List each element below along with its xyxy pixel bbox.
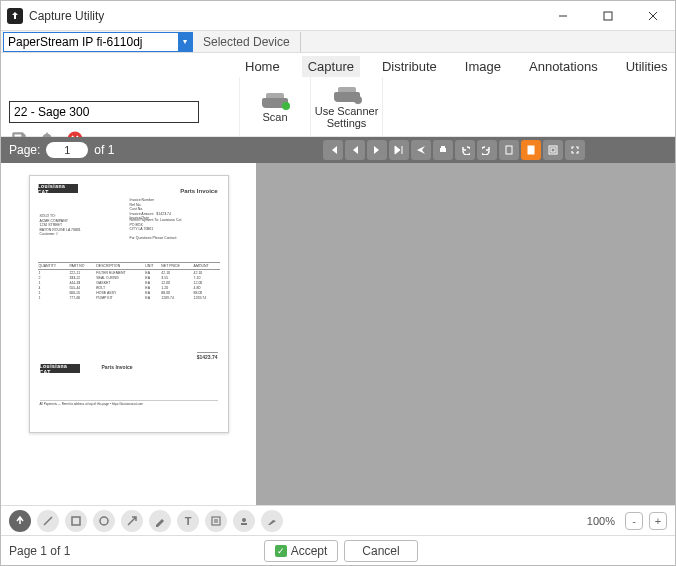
tab-home[interactable]: Home [239,56,286,77]
send-button[interactable] [411,140,431,160]
thumbnail-pane: Louisiana CAT Parts Invoice Invoice Numb… [1,163,256,505]
doc-footnote: All Payments — Remit to address at top o… [40,400,218,406]
svg-rect-10 [551,148,555,152]
svg-rect-18 [241,523,247,525]
print-button[interactable] [433,140,453,160]
zoom-in-button[interactable]: + [649,512,667,530]
tab-capture[interactable]: Capture [302,56,360,77]
stamp-tool[interactable] [233,510,255,532]
tab-utilities[interactable]: Utilities [620,56,674,77]
selected-device-label: Selected Device [193,32,301,52]
fit-page-button[interactable] [499,140,519,160]
prev-page-button[interactable] [345,140,365,160]
doc-addr: SOLD TO: ACME COMPANY 1234 STREET BATON … [40,214,81,237]
line-tool[interactable] [37,510,59,532]
use-settings-label-2: Settings [327,117,367,129]
device-select[interactable]: PaperStream IP fi-6110dj ▾ [3,32,193,52]
first-page-button[interactable] [323,140,343,160]
minimize-button[interactable] [540,1,585,31]
pointer-tool[interactable] [9,510,31,532]
device-row: PaperStream IP fi-6110dj ▾ Selected Devi… [1,31,675,53]
job-name-input[interactable] [9,101,199,123]
svg-rect-8 [528,146,534,154]
ribbon-tabs: Home Capture Distribute Image Annotation… [1,53,675,77]
svg-rect-6 [441,146,445,148]
svg-rect-12 [72,517,80,525]
doc-addr2: Remit Payment To: Louisiana Cat PO BOX C… [130,218,182,241]
rotate-right-button[interactable] [477,140,497,160]
svg-rect-9 [549,146,557,154]
arrow-tool[interactable] [121,510,143,532]
scan-label: Scan [262,111,287,123]
accept-button[interactable]: ✓ Accept [264,540,338,562]
svg-point-13 [100,517,108,525]
doc-title: Parts Invoice [180,188,217,194]
page-thumbnail[interactable]: Louisiana CAT Parts Invoice Invoice Numb… [29,175,229,433]
close-button[interactable] [630,1,675,31]
tab-image[interactable]: Image [459,56,507,77]
doc-total: $1423.74 [197,352,218,360]
text-tool[interactable]: T [177,510,199,532]
next-page-button[interactable] [367,140,387,160]
accept-label: Accept [291,544,328,558]
ellipse-tool[interactable] [93,510,115,532]
device-select-value: PaperStream IP fi-6110dj [8,35,143,49]
fullscreen-button[interactable] [565,140,585,160]
page-row: Page: of 1 [1,137,675,163]
page-of: of [94,143,104,157]
page-total: 1 [108,143,115,157]
scanner-settings-icon [333,84,361,102]
page-input[interactable] [46,142,88,158]
app-icon [7,8,23,24]
svg-point-17 [242,518,246,522]
freehand-tool[interactable] [261,510,283,532]
chevron-down-icon: ▾ [178,33,192,51]
actual-size-button[interactable] [543,140,563,160]
footer: Page 1 of 1 ✓ Accept Cancel [1,535,675,565]
svg-rect-14 [212,517,220,525]
last-page-button[interactable] [389,140,409,160]
nav-toolbar [323,140,585,160]
note-tool[interactable] [205,510,227,532]
maximize-button[interactable] [585,1,630,31]
rectangle-tool[interactable] [65,510,87,532]
zoom-level: 100% [587,515,615,527]
doc-footer-logo: Louisiana CAT [40,364,80,373]
annotation-toolbar: T 100% - + [1,505,675,535]
svg-rect-7 [506,146,512,154]
highlight-tool[interactable] [149,510,171,532]
scanner-icon [261,90,289,108]
doc-table: QUANTITYPART NODESCRIPTIONUNITNET PRICEA… [38,262,220,300]
cancel-label: Cancel [362,544,399,558]
tab-annotations[interactable]: Annotations [523,56,604,77]
fit-width-button[interactable] [521,140,541,160]
rotate-left-button[interactable] [455,140,475,160]
doc-footer-title: Parts Invoice [102,364,133,370]
use-scanner-settings-button[interactable]: Use Scanner Settings [311,77,383,136]
doc-logo: Louisiana CAT [38,184,78,193]
zoom-out-button[interactable]: - [625,512,643,530]
page-label: Page: [9,143,40,157]
footer-status: Page 1 of 1 [9,544,70,558]
scan-button[interactable]: Scan [239,77,311,136]
svg-rect-1 [604,12,612,20]
use-settings-label-1: Use Scanner [315,105,379,117]
preview-area: Louisiana CAT Parts Invoice Invoice Numb… [1,163,675,505]
tab-distribute[interactable]: Distribute [376,56,443,77]
check-icon: ✓ [275,545,287,557]
titlebar: Capture Utility [1,1,675,31]
svg-rect-5 [440,148,446,152]
cancel-button[interactable]: Cancel [344,540,418,562]
svg-line-11 [44,517,52,525]
window-title: Capture Utility [29,9,104,23]
